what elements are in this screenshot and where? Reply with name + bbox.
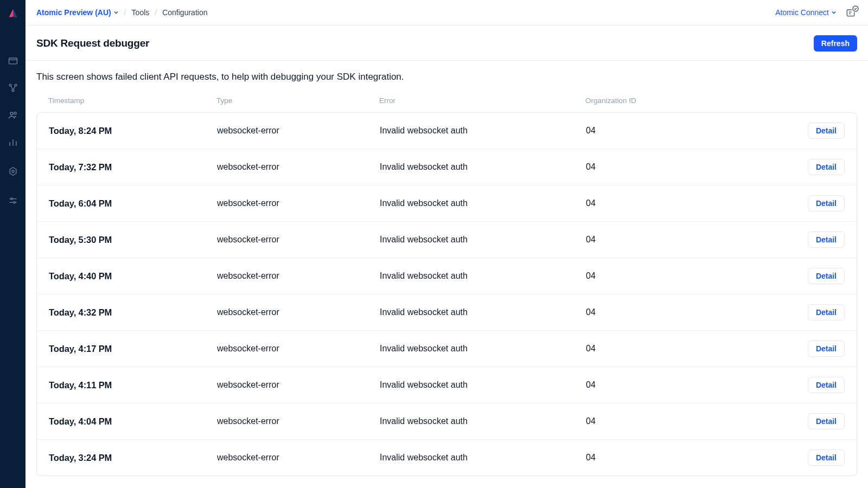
account-selector[interactable]: Atomic Connect xyxy=(775,8,837,17)
detail-button[interactable]: Detail xyxy=(808,341,845,357)
table-row: Today, 5:30 PMwebsocket-errorInvalid web… xyxy=(37,222,857,258)
sidebar-item-actions[interactable] xyxy=(7,82,19,94)
detail-button[interactable]: Detail xyxy=(808,377,845,393)
detail-button[interactable]: Detail xyxy=(808,268,845,284)
col-header-type: Type xyxy=(216,97,379,105)
cell-timestamp: Today, 6:04 PM xyxy=(49,198,217,209)
cell-org: 04 xyxy=(586,235,760,245)
cell-type: websocket-error xyxy=(217,453,380,463)
page-title: SDK Request debugger xyxy=(36,37,149,49)
cell-type: websocket-error xyxy=(217,380,380,390)
cell-type: websocket-error xyxy=(217,307,380,317)
detail-button[interactable]: Detail xyxy=(808,159,845,175)
table-row: Today, 4:32 PMwebsocket-errorInvalid web… xyxy=(37,294,857,331)
table-row: Today, 7:32 PMwebsocket-errorInvalid web… xyxy=(37,149,857,185)
detail-button[interactable]: Detail xyxy=(808,304,845,320)
detail-button[interactable]: Detail xyxy=(808,195,845,211)
cell-type: websocket-error xyxy=(217,271,380,281)
cell-org: 04 xyxy=(586,271,760,281)
environment-label: Atomic Preview (AU) xyxy=(36,8,111,17)
cell-error: Invalid websocket auth xyxy=(380,453,586,463)
cell-org: 04 xyxy=(586,307,760,317)
cell-org: 04 xyxy=(586,380,760,390)
refresh-button[interactable]: Refresh xyxy=(814,35,857,52)
cell-type: websocket-error xyxy=(217,162,380,172)
sidebar-item-cards[interactable] xyxy=(7,55,19,67)
cell-org: 04 xyxy=(586,453,760,463)
cell-type: websocket-error xyxy=(217,235,380,245)
svg-point-11 xyxy=(11,170,14,172)
svg-marker-10 xyxy=(10,168,16,176)
detail-button[interactable]: Detail xyxy=(808,123,845,139)
table-body: Today, 8:24 PMwebsocket-errorInvalid web… xyxy=(36,112,857,476)
cell-timestamp: Today, 4:17 PM xyxy=(49,344,217,354)
breadcrumb: Atomic Preview (AU) / Tools / Configurat… xyxy=(36,8,207,17)
svg-point-4 xyxy=(12,89,14,92)
content: SDK Request debugger Refresh This screen… xyxy=(25,25,868,476)
cell-org: 04 xyxy=(586,416,760,426)
cell-error: Invalid websocket auth xyxy=(380,126,586,136)
cell-timestamp: Today, 4:40 PM xyxy=(49,271,217,281)
col-header-org: Organization ID xyxy=(585,97,759,105)
cell-timestamp: Today, 7:32 PM xyxy=(49,162,217,172)
checkmark-badge-icon xyxy=(852,5,859,12)
breadcrumb-configuration[interactable]: Configuration xyxy=(162,8,207,17)
cell-error: Invalid websocket auth xyxy=(380,198,586,208)
detail-button[interactable]: Detail xyxy=(808,413,845,429)
cell-org: 04 xyxy=(586,126,760,136)
cell-org: 04 xyxy=(586,344,760,354)
account-label: Atomic Connect xyxy=(775,8,829,17)
chevron-down-icon xyxy=(831,8,837,17)
cell-error: Invalid websocket auth xyxy=(380,271,586,281)
sidebar-item-analytics[interactable] xyxy=(7,136,19,148)
cell-type: websocket-error xyxy=(217,416,380,426)
requests-table: Timestamp Type Error Organization ID Tod… xyxy=(36,97,857,476)
svg-rect-0 xyxy=(9,58,17,64)
svg-point-6 xyxy=(14,112,16,114)
sidebar-item-sliders[interactable] xyxy=(7,195,19,207)
svg-point-5 xyxy=(10,112,13,115)
sidebar xyxy=(0,0,25,488)
cell-type: websocket-error xyxy=(217,198,380,208)
table-row: Today, 6:04 PMwebsocket-errorInvalid web… xyxy=(37,185,857,222)
page-description: This screen shows failed client API requ… xyxy=(36,61,857,97)
cell-org: 04 xyxy=(586,162,760,172)
table-row: Today, 4:11 PMwebsocket-errorInvalid web… xyxy=(37,367,857,403)
cell-error: Invalid websocket auth xyxy=(380,380,586,390)
environment-selector[interactable]: Atomic Preview (AU) xyxy=(36,8,119,17)
table-row: Today, 3:24 PMwebsocket-errorInvalid web… xyxy=(37,440,857,476)
detail-button[interactable]: Detail xyxy=(808,232,845,248)
table-row: Today, 8:24 PMwebsocket-errorInvalid web… xyxy=(37,113,857,149)
cell-org: 04 xyxy=(586,198,760,208)
cell-error: Invalid websocket auth xyxy=(380,344,586,354)
breadcrumb-separator: / xyxy=(124,8,126,17)
cell-error: Invalid websocket auth xyxy=(380,307,586,317)
cell-timestamp: Today, 4:32 PM xyxy=(49,307,217,318)
cell-timestamp: Today, 4:04 PM xyxy=(49,416,217,427)
col-header-error: Error xyxy=(379,97,585,105)
detail-button[interactable]: Detail xyxy=(808,450,845,466)
cell-timestamp: Today, 8:24 PM xyxy=(49,126,217,136)
table-row: Today, 4:17 PMwebsocket-errorInvalid web… xyxy=(37,331,857,367)
tasks-status-icon[interactable] xyxy=(844,6,857,19)
sidebar-item-settings[interactable] xyxy=(7,165,19,177)
table-header-row: Timestamp Type Error Organization ID xyxy=(36,97,857,112)
svg-point-13 xyxy=(10,198,12,200)
table-row: Today, 4:40 PMwebsocket-errorInvalid web… xyxy=(37,258,857,294)
cell-timestamp: Today, 5:30 PM xyxy=(49,235,217,245)
svg-point-19 xyxy=(853,6,858,11)
svg-point-15 xyxy=(13,202,15,203)
logo xyxy=(7,8,19,21)
cell-timestamp: Today, 3:24 PM xyxy=(49,453,217,463)
cell-type: websocket-error xyxy=(217,344,380,354)
col-header-timestamp: Timestamp xyxy=(48,97,216,105)
cell-timestamp: Today, 4:11 PM xyxy=(49,380,217,390)
main: Atomic Preview (AU) / Tools / Configurat… xyxy=(25,0,868,488)
breadcrumb-tools[interactable]: Tools xyxy=(132,8,150,17)
sidebar-item-users[interactable] xyxy=(7,109,19,121)
cell-error: Invalid websocket auth xyxy=(380,235,586,245)
table-row: Today, 4:04 PMwebsocket-errorInvalid web… xyxy=(37,403,857,440)
cell-error: Invalid websocket auth xyxy=(380,162,586,172)
cell-type: websocket-error xyxy=(217,126,380,136)
chevron-down-icon xyxy=(113,8,119,17)
